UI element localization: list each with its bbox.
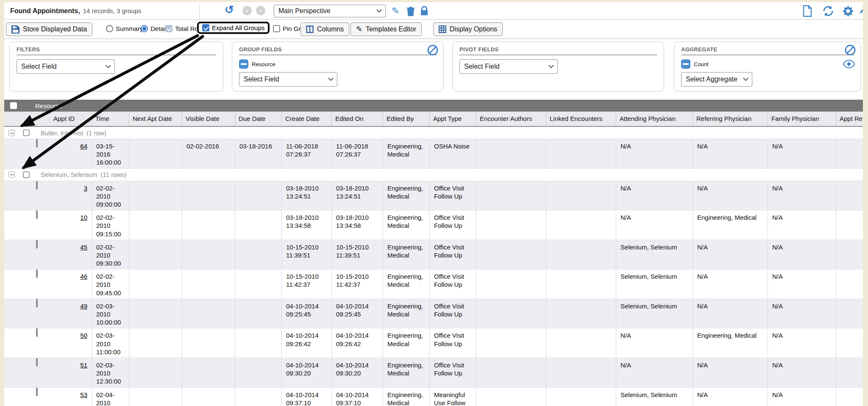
group-label: Selenium, Selenium: [41, 171, 97, 178]
column-header-family_physician[interactable]: Family Physician: [768, 112, 836, 126]
store-displayed-data-button[interactable]: Store Displayed Data: [6, 22, 92, 36]
column-header-encounter_authors[interactable]: Encounter Authors: [476, 112, 546, 126]
remove-field-icon[interactable]: [239, 59, 248, 69]
cell-due_date: [235, 328, 282, 358]
appt-id-link[interactable]: 45: [80, 244, 87, 251]
group-checkbox[interactable]: [23, 129, 30, 136]
templates-editor-button[interactable]: ✎ Templates Editor: [351, 22, 422, 36]
aggregate-field-chip-label: Count: [694, 61, 709, 67]
row-checkbox[interactable]: [36, 388, 38, 396]
group-checkbox[interactable]: [23, 171, 30, 178]
row-select-cell: [4, 210, 50, 240]
expand-all-groups-checkbox[interactable]: [202, 24, 209, 31]
cell-linked_encounters: [546, 181, 616, 210]
cell-referring_physician: Engineering, Medical: [693, 210, 768, 240]
cell-referring_physician: N/A: [693, 240, 768, 269]
group-collapse-toggle[interactable]: [8, 130, 15, 136]
column-header-create_date[interactable]: Create Date: [282, 112, 332, 126]
column-header-linked_encounters[interactable]: Linked Encounters: [546, 112, 616, 126]
pin-groups-checkbox[interactable]: [273, 25, 280, 32]
settings-gear-icon[interactable]: [842, 5, 852, 15]
cell-linked_encounters: [546, 388, 616, 406]
appt-id-link[interactable]: 10: [80, 214, 87, 221]
cell-appt_id: 10: [50, 210, 92, 240]
column-header-next_apt_date[interactable]: Next Apt Date: [129, 112, 182, 126]
cell-visible_date: [182, 299, 235, 328]
cell-due_date: [235, 299, 282, 328]
appt-id-link[interactable]: 64: [80, 143, 87, 150]
summary-radio[interactable]: [106, 25, 113, 32]
appt-id-link[interactable]: 50: [80, 332, 87, 339]
cell-linked_encounters: [546, 299, 616, 328]
visibility-eye-icon[interactable]: [843, 60, 855, 68]
clear-aggregate-icon[interactable]: [845, 45, 856, 56]
total-row-checkbox[interactable]: [165, 25, 172, 32]
expand-all-groups-label: Expand All Groups: [212, 24, 264, 31]
group-row: Selenium, Selenium(11 rows): [4, 169, 863, 181]
group-row-count: (11 rows): [100, 171, 126, 178]
cell-due_date: [235, 240, 282, 269]
group-fields-select[interactable]: Select Field: [239, 72, 337, 87]
cell-next_apt_date: [129, 139, 182, 168]
appt-id-link[interactable]: 49: [80, 302, 87, 310]
pivot-fields-select[interactable]: Select Field: [459, 59, 558, 74]
cell-edited_on: 03-18-2010 13:24:51: [332, 181, 383, 210]
cell-linked_encounters: [546, 269, 616, 299]
cell-attending_physician: Selenium, Selenium: [616, 269, 693, 299]
group-collapse-toggle[interactable]: [8, 171, 15, 178]
row-checkbox[interactable]: [36, 328, 38, 337]
column-header-visible_date[interactable]: Visible Date: [182, 112, 235, 126]
cell-family_physician: N/A: [768, 388, 836, 406]
row-select-cell: [4, 139, 50, 168]
select-all-checkbox[interactable]: [10, 102, 17, 109]
refresh-icon[interactable]: [822, 5, 832, 15]
undo-icon[interactable]: ↺: [225, 3, 234, 17]
appt-id-link[interactable]: 53: [80, 391, 87, 398]
cell-create_date: 10-15-2010 11:42:37: [282, 269, 332, 299]
nav-back-icon[interactable]: ‹: [242, 6, 252, 15]
column-header-referring_physician[interactable]: Referring Physician: [693, 112, 768, 126]
column-header-attending_physician[interactable]: Attending Physician: [616, 112, 693, 126]
resource-group-bar: Resource: [4, 100, 863, 112]
column-header-edited_by[interactable]: Edited By: [383, 112, 430, 126]
cell-appt_id: 51: [50, 358, 92, 387]
cell-time: 02-02-2010 09:45:00: [92, 269, 129, 299]
clear-group-fields-icon[interactable]: [427, 45, 438, 56]
collapse-panel-icon[interactable]: [859, 5, 863, 15]
appt-id-link[interactable]: 51: [80, 361, 87, 369]
aggregate-select[interactable]: Select Aggregate: [681, 72, 752, 87]
perspective-select[interactable]: Main Perspective: [274, 5, 386, 17]
detail-radio[interactable]: [141, 25, 148, 32]
appt-id-link[interactable]: 3: [84, 185, 87, 192]
cell-referring_physician: N/A: [693, 358, 768, 387]
nav-forward-icon[interactable]: ›: [256, 6, 265, 15]
cell-appt_id: 53: [50, 388, 92, 406]
column-header-appt_id[interactable]: Appt ID: [50, 112, 92, 126]
appt-id-link[interactable]: 46: [80, 273, 87, 280]
columns-button[interactable]: Columns: [300, 22, 349, 36]
delete-perspective-icon[interactable]: [406, 6, 416, 16]
column-header-time[interactable]: Time: [92, 112, 129, 126]
edit-perspective-icon[interactable]: ✎: [392, 6, 402, 16]
row-checkbox[interactable]: [36, 358, 38, 367]
row-checkbox[interactable]: [36, 269, 38, 278]
new-document-icon[interactable]: [802, 5, 812, 15]
cell-attending_physician: N/A: [616, 210, 693, 240]
group-row-count: (1 row): [86, 129, 106, 137]
column-header-appt_type[interactable]: Appt Type: [430, 112, 476, 126]
row-checkbox[interactable]: [36, 139, 38, 148]
cell-create_date: 03-18-2010 13:24:51: [282, 181, 332, 210]
filters-field-select[interactable]: Select Field: [17, 59, 115, 74]
row-checkbox[interactable]: [36, 240, 38, 249]
column-header-edited_on[interactable]: Edited On: [332, 112, 383, 126]
row-checkbox[interactable]: [36, 210, 38, 219]
column-header-due_date[interactable]: Due Date: [235, 112, 282, 126]
display-options-button[interactable]: Display Options: [433, 22, 503, 36]
remove-aggregate-icon[interactable]: [681, 59, 690, 69]
row-checkbox[interactable]: [36, 299, 38, 308]
cell-linked_encounters: [546, 139, 616, 168]
row-checkbox[interactable]: [36, 181, 38, 190]
cell-appt_type: Office Visit Follow Up: [430, 210, 476, 240]
lock-perspective-icon[interactable]: [420, 6, 430, 16]
column-header-appt_reason[interactable]: Appt Re: [836, 112, 863, 126]
